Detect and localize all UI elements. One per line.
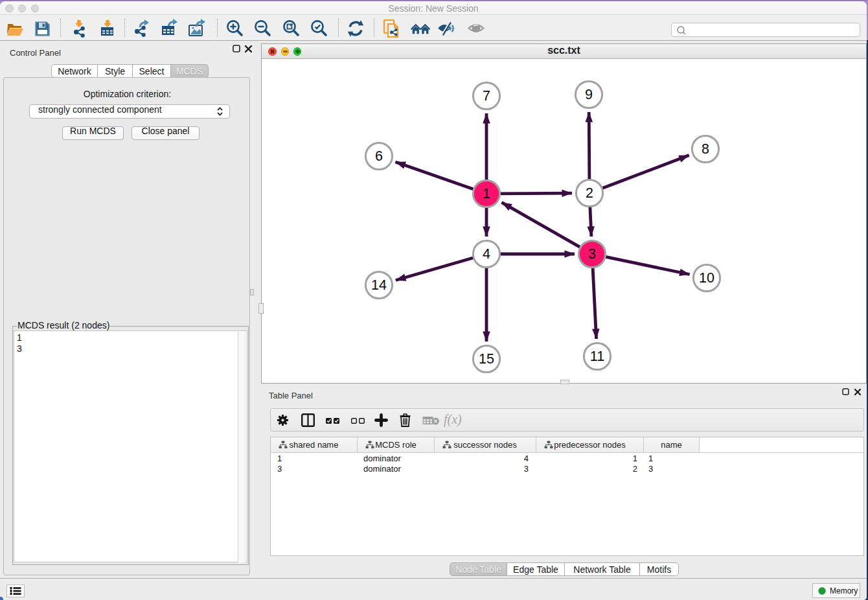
svg-text:2: 2 xyxy=(586,185,593,201)
svg-text:9: 9 xyxy=(585,87,593,102)
svg-text:14: 14 xyxy=(371,277,387,293)
svg-text:15: 15 xyxy=(479,351,494,367)
svg-text:1: 1 xyxy=(483,186,490,202)
svg-text:10: 10 xyxy=(699,270,714,286)
svg-text:6: 6 xyxy=(375,148,383,164)
svg-text:11: 11 xyxy=(590,349,604,364)
svg-text:7: 7 xyxy=(483,88,490,104)
svg-text:3: 3 xyxy=(588,246,596,262)
svg-text:8: 8 xyxy=(702,141,709,157)
svg-text:4: 4 xyxy=(483,246,490,262)
